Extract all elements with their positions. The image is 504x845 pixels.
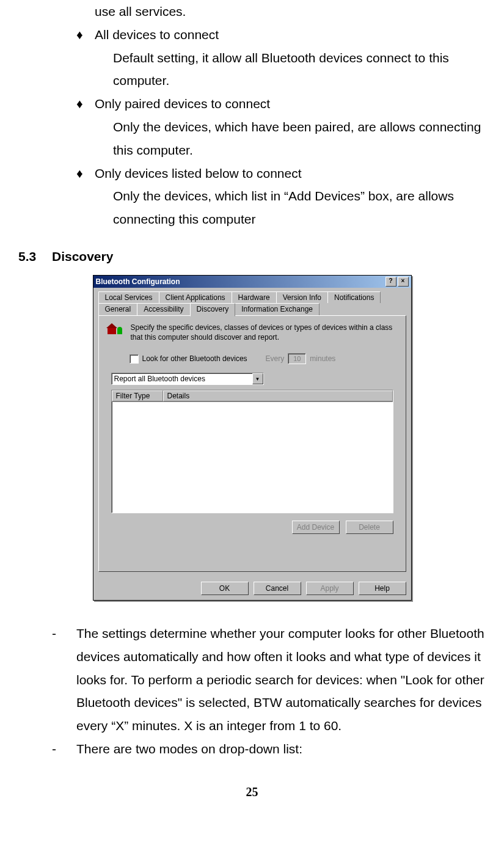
every-label: Every [266, 354, 285, 363]
apply-button[interactable]: Apply [306, 582, 354, 595]
section-heading: 5.3Discovery [18, 249, 486, 264]
tab-information-exchange[interactable]: Information Exchange [235, 303, 320, 315]
continuation-text: use all services. [95, 0, 486, 23]
section-title: Discovery [52, 249, 113, 263]
bullet-desc: Only the devices, which list in “Add Dev… [113, 185, 486, 231]
bullet-desc: Default setting, it allow all Bluetooth … [113, 46, 486, 93]
bullet-item: Only devices listed below to connect Onl… [76, 162, 486, 231]
bullet-desc: Only the devices, which have been paired… [113, 115, 486, 162]
close-button[interactable]: × [398, 277, 409, 287]
device-filter-listbox[interactable]: Filter Type Details [111, 390, 393, 513]
report-mode-dropdown[interactable]: Report all Bluetooth devices ▼ [111, 373, 264, 385]
tab-client-applications[interactable]: Client Applications [159, 291, 232, 303]
bullet-item: Only paired devices to connect Only the … [76, 92, 486, 161]
ok-button[interactable]: OK [201, 582, 249, 595]
column-details[interactable]: Details [163, 390, 393, 401]
bullet-item: All devices to connect Default setting, … [76, 23, 486, 92]
tab-accessibility[interactable]: Accessibility [137, 303, 190, 315]
dash-item: The settings determine whether your comp… [52, 622, 486, 737]
minutes-label: minutes [310, 354, 335, 363]
bullet-title: Only paired devices to connect [95, 97, 270, 111]
column-filter-type[interactable]: Filter Type [112, 390, 163, 401]
dash-list: The settings determine whether your comp… [18, 622, 486, 761]
minutes-input[interactable]: 10 [288, 353, 306, 364]
bullet-list: All devices to connect Default setting, … [18, 23, 486, 231]
cancel-button[interactable]: Cancel [254, 582, 301, 595]
help-button-bottom[interactable]: Help [359, 582, 406, 595]
section-number: 5.3 [18, 249, 52, 264]
look-for-devices-checkbox[interactable] [130, 354, 139, 364]
tab-panel: Specify the specific devices, classes of… [98, 315, 406, 572]
tab-discovery[interactable]: Discovery [190, 303, 236, 316]
tab-general[interactable]: General [98, 303, 138, 315]
chevron-down-icon: ▼ [252, 373, 263, 384]
delete-button[interactable]: Delete [346, 521, 393, 534]
neighborhood-icon [106, 323, 125, 339]
page-number: 25 [18, 785, 486, 811]
bullet-title: Only devices listed below to connect [95, 166, 302, 180]
help-button[interactable]: ? [385, 277, 396, 287]
add-device-button[interactable]: Add Device [292, 521, 340, 534]
titlebar: Bluetooth Configuration ? × [93, 276, 411, 288]
dropdown-value: Report all Bluetooth devices [114, 375, 205, 383]
tab-hardware[interactable]: Hardware [232, 291, 277, 303]
dash-item: There are two modes on drop-down list: [52, 737, 486, 761]
tab-local-services[interactable]: Local Services [98, 291, 159, 303]
dialog-screenshot: Bluetooth Configuration ? × Local Servic… [18, 275, 486, 601]
tab-version-info[interactable]: Version Info [276, 291, 328, 303]
list-header: Filter Type Details [112, 390, 393, 402]
panel-description: Specify the specific devices, classes of… [131, 323, 398, 342]
checkbox-label: Look for other Bluetooth devices [142, 354, 247, 363]
dialog-window: Bluetooth Configuration ? × Local Servic… [93, 275, 412, 601]
bullet-title: All devices to connect [95, 27, 219, 42]
window-title: Bluetooth Configuration [96, 277, 180, 286]
tab-notifications[interactable]: Notifications [327, 291, 381, 303]
